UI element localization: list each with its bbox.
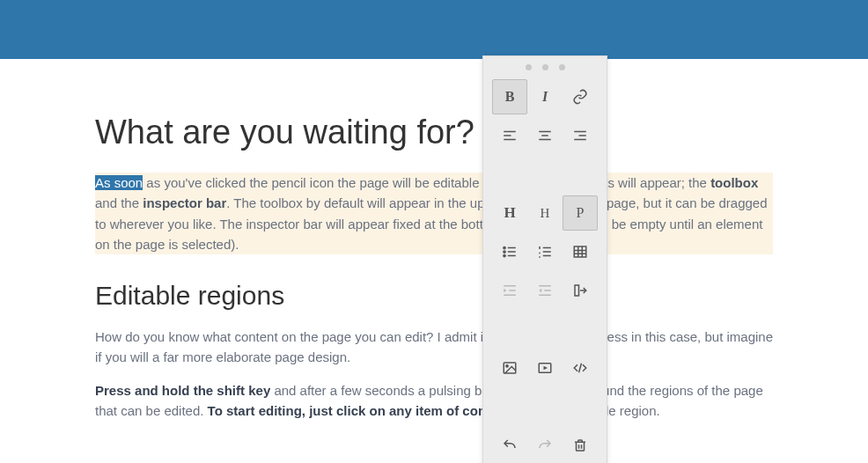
code-icon [572, 360, 588, 376]
toolbox-grid: B I H H P [483, 77, 607, 463]
line-break-button[interactable] [563, 273, 598, 308]
text: as you've clicked the pencil icon the pa… [143, 175, 710, 190]
paragraph-button[interactable]: P [563, 195, 598, 231]
italic-button[interactable]: I [527, 79, 563, 114]
align-center-icon [537, 128, 553, 143]
undo-button[interactable] [492, 428, 527, 463]
heading1-icon: H [504, 204, 515, 222]
heading1-button[interactable]: H [492, 195, 527, 231]
trash-icon [572, 437, 588, 453]
text: and the [95, 195, 143, 210]
image-icon [502, 360, 518, 376]
svg-rect-32 [575, 285, 579, 296]
bold-text: To start editing, just click on any item… [208, 403, 511, 418]
svg-point-11 [504, 254, 505, 256]
table-button[interactable] [563, 234, 598, 269]
section-heading[interactable]: Editable regions [95, 281, 773, 311]
redo-button [527, 428, 563, 463]
bold-button[interactable]: B [492, 79, 527, 114]
bullet-list-button[interactable] [492, 234, 527, 269]
video-icon [537, 360, 553, 376]
paragraph[interactable]: How do you know what content on the page… [95, 327, 773, 368]
line-break-icon [572, 283, 588, 298]
image-button[interactable] [492, 350, 527, 386]
paragraph-intro[interactable]: As soon as you've clicked the pencil ico… [95, 173, 773, 254]
top-banner [0, 0, 868, 59]
editor-toolbox[interactable]: B I H H P [482, 55, 607, 463]
heading2-button[interactable]: H [527, 195, 563, 231]
indent-button [492, 273, 527, 308]
term-toolbox: toolbox [710, 175, 758, 190]
indent-icon [502, 283, 518, 298]
undo-icon [502, 437, 518, 453]
svg-point-35 [506, 365, 508, 367]
paragraph-icon: P [577, 205, 585, 221]
align-left-button[interactable] [492, 118, 527, 153]
video-button[interactable] [527, 350, 563, 386]
bold-text: Press and hold the shift key [95, 383, 270, 398]
toolbox-drag-handle[interactable] [483, 56, 607, 77]
redo-icon [537, 437, 553, 453]
svg-line-38 [579, 364, 582, 373]
term-inspector-bar: inspector bar [143, 195, 226, 210]
article: What are you waiting for? As soon as you… [77, 59, 791, 463]
numbered-list-icon [537, 244, 553, 260]
outdent-icon [537, 283, 553, 298]
italic-icon: I [542, 89, 548, 105]
align-right-button[interactable] [563, 118, 598, 153]
link-button[interactable] [563, 79, 598, 114]
svg-rect-21 [574, 246, 586, 257]
link-icon [572, 89, 588, 105]
bold-icon: B [505, 89, 515, 105]
delete-button[interactable] [563, 428, 598, 463]
grip-dot [542, 64, 548, 70]
numbered-list-button[interactable] [527, 234, 563, 269]
grip-dot [559, 64, 565, 70]
align-right-icon [572, 128, 588, 143]
grip-dot [526, 64, 532, 70]
align-left-icon [502, 128, 518, 143]
svg-marker-37 [544, 366, 548, 371]
code-button[interactable] [563, 350, 598, 386]
paragraph[interactable]: Press and hold the shift key and after a… [95, 380, 773, 422]
table-icon [572, 244, 588, 260]
heading2-icon: H [541, 206, 550, 221]
page-title[interactable]: What are you waiting for? [95, 114, 773, 151]
outdent-button [527, 273, 563, 308]
align-center-button[interactable] [527, 118, 563, 153]
bullet-list-icon [502, 244, 518, 260]
svg-point-9 [504, 246, 505, 248]
selected-text[interactable]: As soon [95, 175, 143, 190]
svg-point-10 [504, 251, 505, 253]
